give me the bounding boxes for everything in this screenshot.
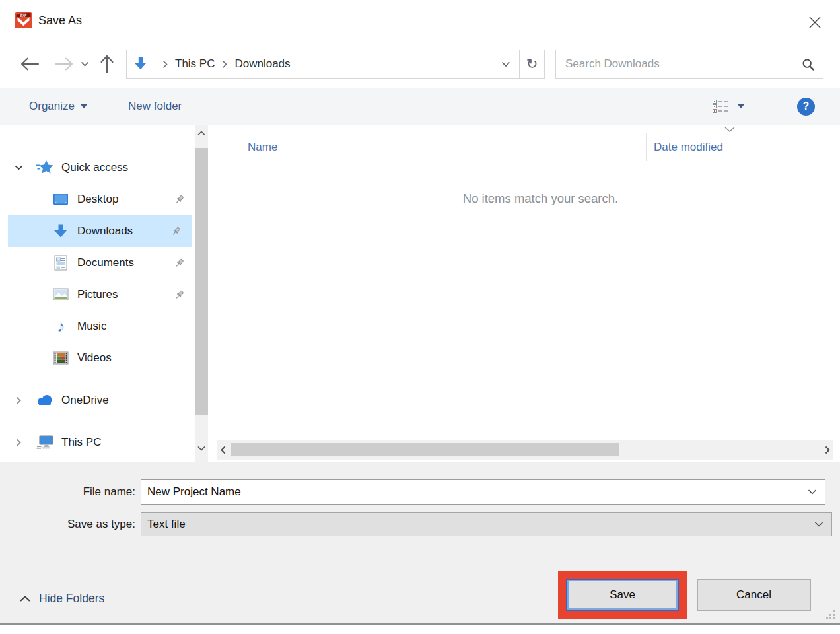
caret-down-icon [738,104,744,108]
empty-list-message: No items match your search. [241,192,840,206]
address-dropdown-chevron-icon[interactable] [493,61,519,67]
organize-label: Organize [29,100,75,113]
horizontal-scrollbar[interactable] [217,440,833,460]
search-icon[interactable] [802,58,815,74]
chevron-down-icon[interactable] [13,165,24,170]
new-folder-button[interactable]: New folder [128,100,182,113]
sidebar-item-this-pc[interactable]: This PC [0,427,195,458]
file-name-input[interactable] [141,479,825,505]
column-header-date-modified[interactable]: Date modified [654,141,723,154]
sidebar-item-onedrive[interactable]: OneDrive [0,384,195,416]
downloads-icon [52,223,70,239]
scroll-up-icon[interactable] [197,131,205,136]
sidebar-item-label: Downloads [77,225,133,238]
file-name-label: File name: [0,485,135,499]
column-header-name[interactable]: Name [248,141,277,154]
breadcrumb-chevron-icon [222,60,227,69]
breadcrumb-chevron-icon [162,60,168,69]
desktop-icon [52,193,70,206]
save-as-type-label: Save as type: [0,518,135,531]
sort-indicator-chevron-icon[interactable] [724,127,735,132]
organize-button[interactable]: Organize [29,100,87,113]
videos-icon [52,351,70,365]
documents-icon [52,255,70,271]
dialog-footer: File name: Save as type: Text file Hide [0,462,840,625]
file-name-combo [141,479,825,505]
hide-folders-label: Hide Folders [39,592,104,606]
sidebar-item-documents[interactable]: Documents [0,247,195,279]
column-separator[interactable] [646,133,647,161]
save-button[interactable]: Save [566,579,679,611]
sidebar-item-label: This PC [61,436,101,449]
sidebar-item-label: OneDrive [61,394,109,407]
pin-icon [174,290,184,300]
file-list: Name Date modified No items match your s… [208,125,840,462]
music-note-icon: ♪ [52,320,70,333]
pin-icon [174,195,184,205]
sidebar-item-music[interactable]: ♪ Music [0,310,195,342]
scrollbar-thumb[interactable] [231,443,619,456]
breadcrumb-this-pc[interactable]: This PC [175,57,215,71]
cancel-button[interactable]: Cancel [697,579,811,611]
sidebar-item-pictures[interactable]: Pictures [0,279,195,310]
chevron-down-icon[interactable] [814,522,823,527]
hide-folders-button[interactable]: Hide Folders [20,588,104,608]
breadcrumb-downloads[interactable]: Downloads [234,57,290,71]
recent-locations-chevron-icon[interactable] [81,61,89,67]
scroll-right-icon[interactable] [822,446,833,454]
scrollbar-thumb[interactable] [195,148,208,415]
dialog-body: Quick access Desktop [0,125,840,462]
help-button[interactable]: ? [797,98,815,116]
sidebar-item-desktop[interactable]: Desktop [0,184,195,215]
close-icon[interactable] [807,15,823,30]
refresh-icon[interactable]: ↻ [519,50,544,78]
sidebar-item-downloads[interactable]: Downloads [8,215,192,247]
sidebar-item-label: Music [77,320,106,333]
chevron-up-icon [20,596,30,602]
save-as-type-combo: Text file [141,512,832,536]
sidebar-scrollbar[interactable] [195,125,208,462]
chevron-right-icon[interactable] [13,439,24,447]
list-view-icon [712,99,729,114]
this-pc-icon [36,435,54,450]
downloads-folder-icon [134,57,147,71]
pin-icon [174,258,184,268]
scroll-left-icon[interactable] [217,446,229,454]
save-button-highlight-annotation: Save [558,571,687,619]
sidebar-item-quick-access[interactable]: Quick access [0,152,195,184]
search-input[interactable] [556,50,823,78]
new-folder-label: New folder [128,100,182,113]
view-options-button[interactable] [712,99,744,114]
sidebar-item-label: Videos [77,351,112,365]
sidebar-item-label: Documents [77,256,134,269]
save-as-dialog: EXP Save As This PC [0,0,840,625]
forward-icon[interactable] [54,57,74,71]
app-logo-icon: EXP [15,11,32,32]
quick-access-star-icon [36,160,54,176]
save-as-type-select[interactable]: Text file [141,512,832,536]
chevron-down-icon[interactable] [808,489,817,495]
navigation-bar: This PC Downloads ↻ [20,49,823,79]
navigation-pane: Quick access Desktop [0,125,195,462]
sidebar-item-label: Quick access [61,161,128,174]
title-bar: EXP Save As [0,0,840,40]
svg-text:EXP: EXP [20,14,27,17]
sidebar-item-videos[interactable]: Videos [0,342,195,374]
address-bar[interactable]: This PC Downloads ↻ [126,50,545,79]
up-icon[interactable] [100,54,114,74]
sidebar-item-label: Pictures [77,288,118,301]
sidebar-item-label: Desktop [77,193,118,206]
onedrive-cloud-icon [36,394,54,406]
back-icon[interactable] [20,57,40,71]
window-title: Save As [38,14,82,28]
resize-grip-icon[interactable] [826,610,835,621]
scroll-down-icon[interactable] [197,446,205,451]
chevron-right-icon[interactable] [13,396,24,405]
caret-down-icon [81,104,87,108]
pictures-icon [52,288,70,301]
search-box [555,50,823,79]
toolbar: Organize New folder ? [0,88,840,125]
pin-icon [171,227,181,236]
